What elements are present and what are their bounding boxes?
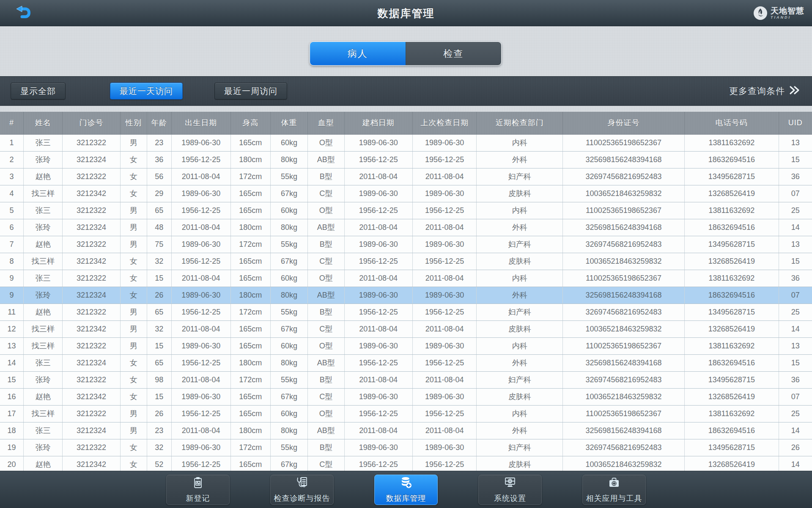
column-header[interactable]: 门诊号	[63, 112, 120, 134]
table-cell: 15	[779, 253, 812, 270]
table-cell: 1989-06-30	[412, 388, 477, 405]
table-cell: 1956-12-25	[171, 253, 230, 270]
registration-clipboard-icon	[191, 476, 205, 491]
column-header[interactable]: 上次检查日期	[412, 112, 477, 134]
table-cell: 3212322	[63, 439, 120, 456]
table-cell: 3212322	[63, 405, 120, 422]
table-row[interactable]: 17找三样3212322男261956-12-25165cm60kgO型1956…	[0, 405, 812, 422]
table-cell: 皮肤科	[477, 456, 563, 471]
table-cell: 9	[0, 287, 24, 304]
nav-new-registration-button[interactable]: 新登记	[166, 475, 230, 505]
table-cell: 张玲	[24, 439, 63, 456]
column-header[interactable]: 体重	[270, 112, 307, 134]
table-cell: 妇产科	[477, 168, 563, 185]
tab-examination[interactable]: 检查	[406, 42, 502, 65]
tab-patient[interactable]: 病人	[310, 42, 406, 65]
filter-show-all-button[interactable]: 显示全部	[11, 83, 66, 99]
table-cell: 1989-06-30	[412, 287, 477, 304]
table-row[interactable]: 19张玲3212322女321989-06-30172cm55kgB型1989-…	[0, 439, 812, 456]
table-cell: 1989-06-30	[171, 134, 230, 151]
table-row[interactable]: 12找三样3212342男322011-08-04165cm67kgC型2011…	[0, 320, 812, 337]
table-cell: 3212322	[63, 134, 120, 151]
table-cell: 67kg	[270, 456, 307, 471]
table-row[interactable]: 6张玲3212324男482011-08-04180cm80kgAB型2011-…	[0, 219, 812, 236]
table-row[interactable]: 7赵艳3212322男751989-06-30172cm55kgB型1989-0…	[0, 236, 812, 253]
table-row[interactable]: 3赵艳3212322女562011-08-04172cm55kgB型2011-0…	[0, 168, 812, 185]
table-cell: 张三	[24, 354, 63, 371]
table-cell: 180cm	[230, 151, 270, 168]
column-header[interactable]: UID	[779, 112, 812, 134]
column-header[interactable]: 年龄	[147, 112, 172, 134]
table-row[interactable]: 11赵艳3212322男651956-12-25172cm55kgB型1956-…	[0, 304, 812, 320]
table-cell: 找三样	[24, 337, 63, 354]
table-cell: B型	[308, 371, 344, 388]
nav-database-management-button[interactable]: 数据库管理	[374, 475, 438, 505]
table-cell: 3212324	[63, 422, 120, 439]
table-cell: 13811632692	[684, 405, 779, 422]
column-header[interactable]: #	[0, 112, 24, 134]
table-cell: 张三	[24, 270, 63, 287]
table-body: 1张三3212322男231989-06-30165cm60kgO型1989-0…	[0, 134, 812, 471]
table-cell: 180cm	[230, 219, 270, 236]
table-row[interactable]: 16赵艳3212342女151989-06-30165cm67kgC型1989-…	[0, 388, 812, 405]
table-row[interactable]: 2张玲3212324女361956-12-25180cm80kgAB型1956-…	[0, 151, 812, 168]
column-header[interactable]: 电话号码	[684, 112, 779, 134]
table-row[interactable]: 18张三3212324男232011-08-04180cm80kgAB型2011…	[0, 422, 812, 439]
table-row[interactable]: 15张玲3212322女982011-08-04172cm55kgB型2011-…	[0, 371, 812, 388]
table-row[interactable]: 9张玲3212324女261989-06-30180cm80kgAB型1989-…	[0, 287, 812, 304]
table-cell: 165cm	[230, 320, 270, 337]
table-cell: 26	[147, 405, 172, 422]
table-cell: 女	[120, 253, 147, 270]
table-header-row: #姓名门诊号性别年龄出生日期身高体重血型建档日期上次检查日期近期检查部门身份证号…	[0, 112, 812, 134]
table-cell: 2011-08-04	[171, 219, 230, 236]
table-cell: 1956-12-25	[171, 456, 230, 471]
filter-last-week-button[interactable]: 最近一周访问	[214, 83, 287, 99]
table-cell: 17	[0, 405, 24, 422]
table-cell: 23	[147, 134, 172, 151]
table-cell: 男	[120, 219, 147, 236]
table-cell: 325698156248394168	[562, 287, 684, 304]
filter-last-day-button[interactable]: 最近一天访问	[110, 83, 183, 99]
table-row[interactable]: 1张三3212322男231989-06-30165cm60kgO型1989-0…	[0, 134, 812, 151]
table-row[interactable]: 13找三样3212322男151989-06-30165cm60kgO型1989…	[0, 337, 812, 354]
table-cell: 2011-08-04	[412, 320, 477, 337]
bottom-nav-bar: 新登记 检查诊断与报告	[0, 471, 812, 508]
column-header[interactable]: 身高	[230, 112, 270, 134]
table-cell: 找三样	[24, 253, 63, 270]
column-header[interactable]: 身份证号	[562, 112, 684, 134]
table-row[interactable]: 20赵艳3212342女521956-12-25165cm67kgC型1956-…	[0, 456, 812, 471]
table-row[interactable]: 5张三3212322男651956-12-25165cm60kgO型1956-1…	[0, 202, 812, 219]
table-cell: 1989-06-30	[412, 439, 477, 456]
table-cell: O型	[308, 134, 344, 151]
table-row[interactable]: 9张三3212322女152011-08-04165cm60kgO型2011-0…	[0, 270, 812, 287]
nav-system-settings-button[interactable]: 系统设置	[478, 475, 542, 505]
nav-diagnosis-report-button[interactable]: 检查诊断与报告	[270, 475, 334, 505]
nav-related-tools-button[interactable]: 相关应用与工具	[582, 475, 646, 505]
column-header[interactable]: 建档日期	[344, 112, 412, 134]
table-cell: 1989-06-30	[412, 185, 477, 202]
table-cell: C型	[308, 388, 344, 405]
table-cell: 13268526419	[684, 253, 779, 270]
more-query-conditions-link[interactable]: 更多查询条件	[729, 85, 800, 97]
column-header[interactable]: 性别	[120, 112, 147, 134]
column-header[interactable]: 姓名	[24, 112, 63, 134]
table-cell: 女	[120, 185, 147, 202]
table-cell: 25	[779, 405, 812, 422]
table-cell: 67kg	[270, 320, 307, 337]
column-header[interactable]: 近期检查部门	[477, 112, 563, 134]
table-cell: 36	[147, 151, 172, 168]
table-row[interactable]: 4找三样3212342女291989-06-30165cm67kgC型1989-…	[0, 185, 812, 202]
table-row[interactable]: 14张三3212324女651956-12-25180cm80kgAB型1956…	[0, 354, 812, 371]
table-cell: 1956-12-25	[171, 354, 230, 371]
table-cell: 55kg	[270, 236, 307, 253]
table-cell: 52	[147, 456, 172, 471]
table-cell: 男	[120, 134, 147, 151]
column-header[interactable]: 血型	[308, 112, 344, 134]
table-cell: 55kg	[270, 168, 307, 185]
table-row[interactable]: 8找三样3212342女321956-12-25165cm67kgC型1956-…	[0, 253, 812, 270]
column-header[interactable]: 出生日期	[171, 112, 230, 134]
table-cell: 1989-06-30	[344, 337, 412, 354]
table-cell: 1989-06-30	[171, 337, 230, 354]
table-cell: 女	[120, 388, 147, 405]
table-cell: 14	[779, 219, 812, 236]
